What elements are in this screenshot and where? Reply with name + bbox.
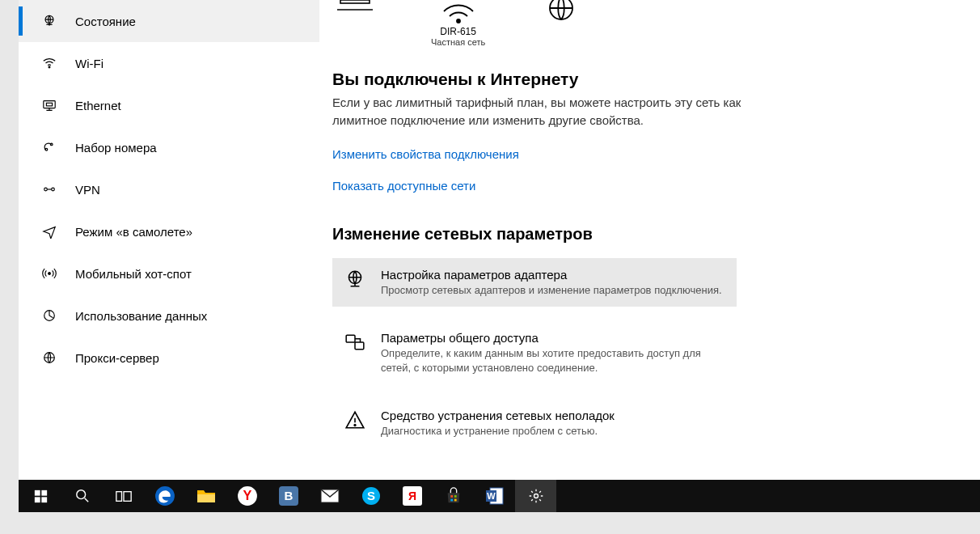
gear-icon bbox=[528, 488, 544, 504]
proxy-icon bbox=[41, 350, 57, 366]
svg-point-8 bbox=[49, 273, 51, 275]
search-icon bbox=[75, 489, 90, 503]
svg-rect-20 bbox=[35, 497, 40, 502]
status-description: Если у вас лимитный тарифный план, вы мо… bbox=[332, 94, 769, 129]
svg-point-4 bbox=[45, 148, 48, 150]
datausage-icon bbox=[41, 307, 57, 324]
sidebar-item-status[interactable]: Состояние bbox=[19, 0, 319, 42]
svg-rect-15 bbox=[346, 335, 355, 342]
taskview-button[interactable] bbox=[103, 480, 144, 512]
mail-app[interactable] bbox=[309, 480, 350, 512]
main-content: DIR-615 Частная сеть Вы подключены к Инт… bbox=[319, 0, 980, 480]
svg-rect-39 bbox=[454, 499, 456, 502]
change-heading: Изменение сетевых параметров bbox=[332, 225, 956, 244]
store-icon bbox=[445, 487, 463, 505]
svg-point-43 bbox=[534, 494, 538, 498]
windows-icon bbox=[34, 490, 48, 503]
option-desc: Определите, к каким данным вы хотите пре… bbox=[381, 346, 725, 375]
sidebar-item-label: Ethernet bbox=[75, 99, 121, 112]
option-title: Параметры общего доступа bbox=[381, 331, 725, 345]
wifi-icon bbox=[41, 55, 57, 71]
network-type: Частная сеть bbox=[431, 37, 485, 47]
skype-app[interactable]: S bbox=[350, 480, 391, 512]
vpn-icon bbox=[41, 181, 57, 197]
svg-rect-21 bbox=[41, 497, 47, 502]
troubleshoot-icon bbox=[344, 409, 366, 431]
svg-rect-23 bbox=[116, 491, 121, 501]
svg-rect-11 bbox=[340, 0, 370, 3]
sidebar: Состояние Wi-Fi Ethernet Набор номера VP bbox=[19, 0, 319, 480]
airplane-icon bbox=[41, 223, 57, 239]
hotspot-icon bbox=[41, 265, 57, 282]
svg-rect-26 bbox=[197, 494, 215, 502]
globe-large-icon bbox=[542, 0, 581, 24]
option-title: Средство устранения сетевых неполадок bbox=[381, 409, 615, 422]
wifi-large-icon bbox=[439, 0, 478, 24]
link-connection-props[interactable]: Изменить свойства подключения bbox=[332, 147, 956, 161]
network-name: DIR-615 bbox=[440, 26, 476, 37]
sidebar-item-dialup[interactable]: Набор номера bbox=[19, 126, 319, 168]
sidebar-item-airplane[interactable]: Режим «в самолете» bbox=[19, 210, 319, 252]
svg-rect-18 bbox=[35, 490, 40, 495]
vk-app[interactable]: B bbox=[268, 480, 309, 512]
sidebar-item-ethernet[interactable]: Ethernet bbox=[19, 84, 319, 126]
mail-icon bbox=[320, 489, 340, 503]
explorer-app[interactable] bbox=[185, 480, 226, 512]
start-button[interactable] bbox=[20, 480, 61, 512]
vk-icon: B bbox=[279, 486, 298, 506]
svg-text:W: W bbox=[487, 491, 496, 501]
sidebar-item-proxy[interactable]: Прокси-сервер bbox=[19, 337, 319, 379]
svg-point-17 bbox=[354, 425, 356, 426]
settings-app[interactable] bbox=[515, 480, 556, 512]
network-diagram: DIR-615 Частная сеть bbox=[332, 0, 956, 47]
yandex-app[interactable]: Y bbox=[226, 480, 268, 512]
sidebar-item-label: Wi-Fi bbox=[75, 57, 103, 70]
svg-point-22 bbox=[76, 490, 85, 499]
svg-text:B: B bbox=[284, 489, 293, 502]
folder-icon bbox=[196, 488, 216, 504]
option-desc: Диагностика и устранение проблем с сетью… bbox=[381, 424, 615, 439]
dialup-icon bbox=[41, 139, 57, 155]
word-app[interactable]: W bbox=[474, 480, 515, 512]
search-button[interactable] bbox=[61, 480, 103, 512]
taskview-icon bbox=[116, 490, 132, 503]
taskbar: Y B S Я W bbox=[19, 480, 980, 512]
sidebar-item-hotspot[interactable]: Мобильный хот-спот bbox=[19, 252, 319, 295]
svg-rect-16 bbox=[355, 342, 364, 350]
ethernet-icon bbox=[41, 97, 57, 113]
svg-rect-24 bbox=[124, 491, 131, 501]
svg-text:S: S bbox=[366, 489, 374, 502]
sidebar-item-vpn[interactable]: VPN bbox=[19, 168, 319, 210]
sidebar-item-label: Состояние bbox=[75, 15, 136, 28]
status-heading: Вы подключены к Интернету bbox=[332, 70, 956, 89]
adapter-icon bbox=[344, 268, 366, 290]
skype-icon: S bbox=[361, 486, 381, 506]
yandex-search-app[interactable]: Я bbox=[391, 480, 433, 512]
sidebar-item-label: Мобильный хот-спот bbox=[75, 267, 192, 281]
option-adapter-settings[interactable]: Настройка параметров адаптера Просмотр с… bbox=[332, 258, 737, 307]
sidebar-item-wifi[interactable]: Wi-Fi bbox=[19, 42, 319, 84]
svg-point-1 bbox=[49, 66, 50, 68]
svg-point-12 bbox=[457, 19, 460, 23]
option-troubleshoot[interactable]: Средство устранения сетевых неполадок Ди… bbox=[332, 399, 737, 448]
edge-icon bbox=[154, 485, 175, 506]
svg-rect-36 bbox=[450, 495, 453, 498]
sidebar-item-label: Использование данных bbox=[75, 309, 207, 323]
edge-app[interactable] bbox=[144, 480, 185, 512]
option-desc: Просмотр сетевых адаптеров и изменение п… bbox=[381, 283, 722, 298]
svg-rect-3 bbox=[46, 103, 52, 106]
svg-rect-19 bbox=[41, 490, 47, 495]
sidebar-item-label: Набор номера bbox=[75, 141, 157, 155]
word-icon: W bbox=[485, 486, 505, 506]
sidebar-item-label: Прокси-сервер bbox=[75, 351, 159, 365]
store-app[interactable] bbox=[433, 480, 474, 512]
option-title: Настройка параметров адаптера bbox=[381, 268, 722, 282]
sharing-icon bbox=[344, 331, 366, 354]
sidebar-item-datausage[interactable]: Использование данных bbox=[19, 295, 319, 337]
yandex-white-icon: Я bbox=[403, 486, 422, 506]
svg-rect-2 bbox=[44, 101, 55, 108]
yandex-icon: Y bbox=[237, 485, 258, 506]
link-available-networks[interactable]: Показать доступные сети bbox=[332, 179, 956, 193]
svg-point-6 bbox=[44, 188, 48, 191]
option-sharing[interactable]: Параметры общего доступа Определите, к к… bbox=[332, 321, 737, 384]
